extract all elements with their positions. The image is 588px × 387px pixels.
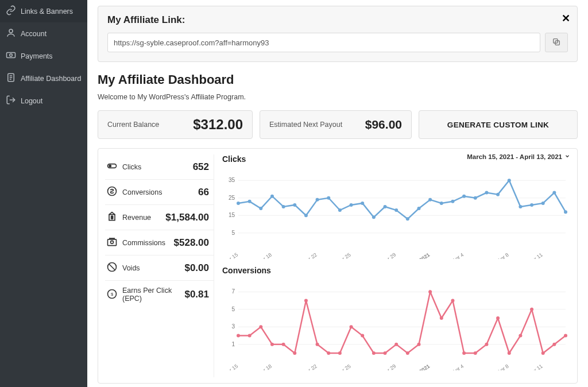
- svg-point-33: [293, 203, 296, 207]
- conversions-chart-title: Conversions: [222, 266, 570, 275]
- svg-point-37: [338, 208, 342, 212]
- svg-point-78: [270, 343, 274, 346]
- svg-point-49: [474, 196, 477, 200]
- svg-point-99: [508, 351, 511, 355]
- svg-point-80: [293, 351, 296, 355]
- balance-amount: $312.00: [193, 117, 243, 133]
- close-icon[interactable]: ✕: [562, 12, 570, 25]
- svg-point-29: [248, 200, 252, 203]
- affiliate-link-input[interactable]: [107, 33, 540, 52]
- svg-text:Apr 11: Apr 11: [528, 363, 543, 370]
- svg-point-35: [316, 198, 319, 202]
- epc-icon: $: [106, 288, 118, 301]
- svg-point-46: [440, 202, 443, 205]
- clicks-chart: 5152535Mar 15Mar 18Mar 22Mar 25Mar 29Apr…: [222, 167, 570, 259]
- copy-link-button[interactable]: [545, 33, 568, 52]
- stat-voids: Voids $0.00: [105, 256, 214, 281]
- svg-text:$: $: [111, 215, 113, 219]
- svg-point-88: [384, 351, 387, 355]
- date-range-picker[interactable]: March 15, 2021 - April 13, 2021: [467, 153, 570, 160]
- sidebar-item-label: Affiliate Dashboard: [21, 75, 81, 83]
- svg-point-86: [361, 334, 364, 338]
- commissions-icon: [106, 236, 118, 249]
- svg-point-40: [372, 215, 376, 219]
- svg-point-94: [451, 299, 454, 303]
- svg-text:Apr 4: Apr 4: [451, 363, 465, 370]
- sidebar-item-affiliate-dashboard[interactable]: Affiliate Dashboard: [0, 67, 87, 90]
- svg-text:Mar 18: Mar 18: [256, 363, 273, 370]
- svg-point-104: [564, 334, 567, 338]
- payout-label: Estimated Next Payout: [269, 121, 342, 129]
- generate-link-label: GENERATE CUSTOM LINK: [447, 121, 549, 129]
- svg-point-28: [237, 202, 240, 205]
- logout-icon: [6, 95, 16, 107]
- svg-point-36: [327, 196, 330, 200]
- stat-label: Revenue: [122, 214, 151, 222]
- chevron-down-icon: [564, 153, 570, 160]
- sidebar-item-account[interactable]: Account: [0, 22, 87, 45]
- svg-text:35: 35: [229, 177, 235, 183]
- svg-text:5: 5: [231, 230, 235, 236]
- money-icon: [6, 50, 16, 62]
- affiliate-link-title: My Affiliate Link:: [107, 14, 568, 26]
- generate-custom-link-button[interactable]: GENERATE CUSTOM LINK: [419, 110, 578, 139]
- clicks-icon: [106, 160, 118, 173]
- stat-commissions: Commissions $528.00: [105, 230, 214, 256]
- svg-text:$: $: [111, 291, 114, 296]
- svg-text:Mar 22: Mar 22: [301, 363, 318, 370]
- stat-label: Conversions: [122, 188, 162, 196]
- sidebar-item-logout[interactable]: Logout: [0, 90, 87, 112]
- svg-point-39: [361, 202, 364, 205]
- svg-point-32: [282, 205, 285, 208]
- svg-point-2: [10, 54, 13, 57]
- svg-point-15: [111, 241, 114, 243]
- svg-point-48: [462, 195, 466, 198]
- stat-value: $1,584.00: [165, 212, 209, 223]
- next-payout-card: Estimated Next Payout $96.00: [260, 110, 412, 139]
- stat-label: Commissions: [122, 239, 165, 247]
- svg-point-98: [496, 316, 500, 320]
- svg-point-41: [384, 205, 387, 208]
- svg-point-54: [530, 203, 533, 207]
- sidebar-item-links-banners[interactable]: Links & Banners: [0, 0, 87, 22]
- stat-epc: $Earns Per Click (EPC) $0.81: [105, 281, 214, 308]
- svg-text:3: 3: [231, 323, 235, 330]
- svg-text:25: 25: [229, 195, 235, 201]
- svg-point-95: [462, 351, 466, 355]
- conversions-chart: 1357Mar 15Mar 18Mar 22Mar 25Mar 29Apr 20…: [222, 278, 570, 370]
- svg-point-56: [552, 191, 556, 195]
- svg-point-87: [372, 351, 376, 355]
- svg-point-92: [428, 290, 432, 293]
- svg-line-17: [109, 264, 115, 270]
- sidebar-item-payments[interactable]: Payments: [0, 45, 87, 67]
- sidebar-item-label: Links & Banners: [21, 7, 73, 16]
- payout-amount: $96.00: [365, 118, 402, 131]
- main-content: ✕ My Affiliate Link: My Affiliate Dashbo…: [87, 0, 588, 387]
- balance-label: Current Balance: [107, 121, 159, 129]
- svg-point-83: [327, 351, 330, 355]
- svg-point-44: [417, 207, 420, 210]
- sidebar: Links & Banners Account Payments Affilia…: [0, 0, 87, 387]
- stat-revenue: $Revenue $1,584.00: [105, 205, 214, 230]
- svg-point-79: [282, 343, 285, 346]
- stats-charts-panel: Clicks 652 Conversions 66 $Revenue $1,58…: [98, 148, 578, 384]
- svg-text:Mar 15: Mar 15: [222, 363, 239, 370]
- link-icon: [6, 5, 16, 17]
- svg-point-30: [259, 207, 262, 210]
- svg-point-34: [304, 214, 308, 217]
- svg-text:Apr 4: Apr 4: [451, 251, 465, 259]
- svg-text:Mar 29: Mar 29: [381, 363, 397, 370]
- svg-point-53: [519, 205, 522, 208]
- stat-value: 652: [193, 161, 209, 173]
- svg-point-55: [541, 202, 545, 205]
- svg-text:Apr 8: Apr 8: [497, 363, 510, 370]
- svg-text:5: 5: [231, 306, 235, 312]
- svg-point-45: [428, 198, 432, 202]
- svg-point-96: [474, 351, 477, 355]
- svg-text:Mar 22: Mar 22: [301, 251, 318, 259]
- svg-point-84: [338, 351, 342, 355]
- svg-point-97: [485, 343, 488, 346]
- welcome-text: Welcome to My WordPress's Affiliate Prog…: [98, 93, 578, 101]
- stat-value: 66: [198, 187, 209, 198]
- svg-point-89: [394, 343, 398, 346]
